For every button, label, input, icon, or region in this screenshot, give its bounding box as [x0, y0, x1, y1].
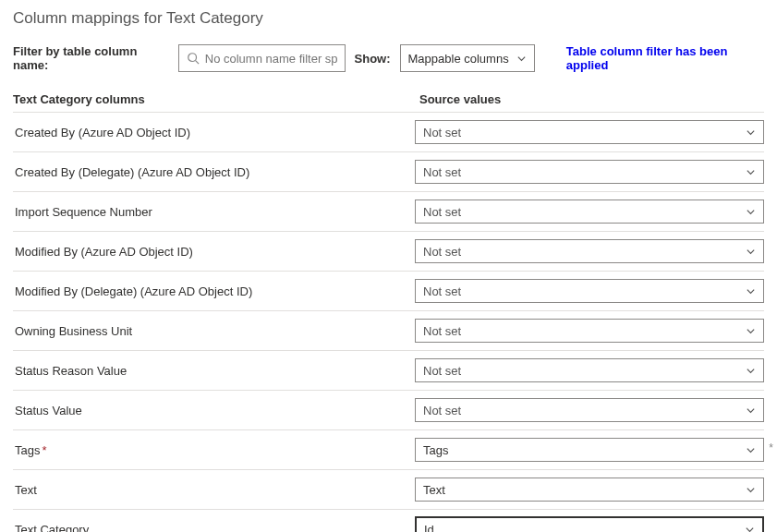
show-label: Show:: [355, 52, 391, 66]
chevron-down-icon: [746, 326, 756, 336]
source-value-text: Not set: [423, 324, 461, 338]
mapping-column-label: Text: [13, 483, 415, 497]
mapping-row: Status Reason ValueNot set: [13, 351, 764, 391]
mapping-column-label: Status Reason Value: [13, 364, 415, 378]
chevron-down-icon: [746, 247, 756, 257]
source-value-dropdown[interactable]: Id: [415, 516, 764, 532]
svg-line-1: [195, 61, 199, 65]
source-value-dropdown[interactable]: Not set: [415, 319, 764, 343]
source-value-dropdown[interactable]: Not set: [415, 239, 764, 263]
source-value-dropdown[interactable]: Not set: [415, 358, 764, 382]
source-value-text: Not set: [423, 284, 461, 298]
source-value-text: Id: [424, 523, 434, 533]
mapping-column-label: Status Value: [13, 404, 415, 417]
mapping-row: Created By (Azure AD Object ID)Not set: [13, 113, 764, 152]
chevron-down-icon: [746, 127, 756, 138]
page-title: Column mappings for Text Category: [13, 9, 764, 28]
columns-header: Text Category columns Source values: [13, 89, 764, 113]
mapping-select-wrap: Not set: [415, 319, 764, 343]
mapping-column-label: Created By (Azure AD Object ID): [13, 126, 415, 139]
mapping-column-label: Owning Business Unit: [13, 324, 415, 338]
source-value-dropdown[interactable]: Tags: [415, 438, 764, 462]
mapping-select-wrap: Not set: [415, 120, 764, 144]
source-value-text: Not set: [423, 126, 461, 139]
source-value-dropdown[interactable]: Not set: [415, 160, 764, 184]
source-value-dropdown[interactable]: Not set: [415, 398, 764, 422]
mapping-rows: Created By (Azure AD Object ID)Not setCr…: [13, 113, 764, 532]
source-value-dropdown[interactable]: Not set: [415, 279, 764, 303]
mapping-select-wrap: Not set: [415, 398, 764, 422]
mapping-row: Owning Business UnitNot set: [13, 311, 764, 351]
source-value-dropdown[interactable]: Text: [415, 478, 764, 502]
chevron-down-icon: [516, 54, 527, 64]
source-value-text: Text: [423, 483, 445, 497]
show-dropdown[interactable]: Mappable columns: [400, 44, 535, 72]
chevron-down-icon: [746, 286, 756, 296]
svg-point-0: [188, 54, 197, 62]
mapping-row: Created By (Delegate) (Azure AD Object I…: [13, 152, 764, 192]
source-value-dropdown[interactable]: Not set: [415, 120, 764, 144]
source-value-text: Not set: [423, 364, 461, 378]
chevron-down-icon: [746, 445, 756, 455]
mapping-column-label: Modified By (Azure AD Object ID): [13, 245, 415, 259]
filter-label: Filter by table column name:: [13, 44, 169, 72]
mapping-column-label: Created By (Delegate) (Azure AD Object I…: [13, 165, 415, 179]
mapping-row: TextText: [13, 470, 764, 510]
chevron-down-icon: [746, 366, 756, 376]
mapping-select-wrap: Not set: [415, 160, 764, 184]
source-value-text: Not set: [423, 165, 461, 179]
mapping-column-label: Import Sequence Number: [13, 205, 415, 219]
chevron-down-icon: [746, 167, 756, 177]
mapping-column-label: Modified By (Delegate) (Azure AD Object …: [13, 284, 415, 298]
header-columns: Text Category columns: [13, 92, 419, 106]
mapping-row: Status ValueNot set: [13, 391, 764, 430]
mapping-row: Text CategoryId: [13, 510, 764, 532]
mapping-row: Modified By (Delegate) (Azure AD Object …: [13, 272, 764, 311]
header-source: Source values: [419, 92, 501, 106]
chevron-down-icon: [746, 207, 756, 217]
mapping-row: Modified By (Azure AD Object ID)Not set: [13, 232, 764, 272]
source-value-text: Not set: [423, 205, 461, 219]
source-value-text: Not set: [423, 245, 461, 259]
filter-applied-notice: Table column filter has been applied: [566, 44, 764, 72]
chevron-down-icon: [746, 485, 756, 495]
search-icon: [187, 52, 200, 65]
filter-row: Filter by table column name: Show: Mappa…: [13, 44, 764, 72]
show-value: Mappable columns: [408, 52, 509, 66]
mapping-column-label: Tags*: [13, 443, 415, 457]
trailing-mark: *: [769, 441, 773, 454]
chevron-down-icon: [746, 405, 756, 416]
chevron-down-icon: [745, 525, 755, 533]
mapping-row: Tags*Tags*: [13, 430, 764, 470]
source-value-text: Tags: [423, 443, 448, 457]
filter-input[interactable]: [205, 52, 337, 66]
mapping-select-wrap: Not set: [415, 200, 764, 224]
mapping-select-wrap: Id: [415, 516, 764, 532]
mapping-column-label: Text Category: [13, 523, 415, 533]
mapping-row: Import Sequence NumberNot set: [13, 192, 764, 232]
mapping-select-wrap: Not set: [415, 239, 764, 263]
mapping-select-wrap: Not set: [415, 279, 764, 303]
source-value-text: Not set: [423, 404, 461, 417]
filter-input-wrap[interactable]: [178, 44, 346, 72]
mapping-select-wrap: Text: [415, 478, 764, 502]
source-value-dropdown[interactable]: Not set: [415, 200, 764, 224]
required-indicator: *: [42, 443, 46, 457]
mapping-select-wrap: Tags*: [415, 438, 764, 462]
mapping-select-wrap: Not set: [415, 358, 764, 382]
